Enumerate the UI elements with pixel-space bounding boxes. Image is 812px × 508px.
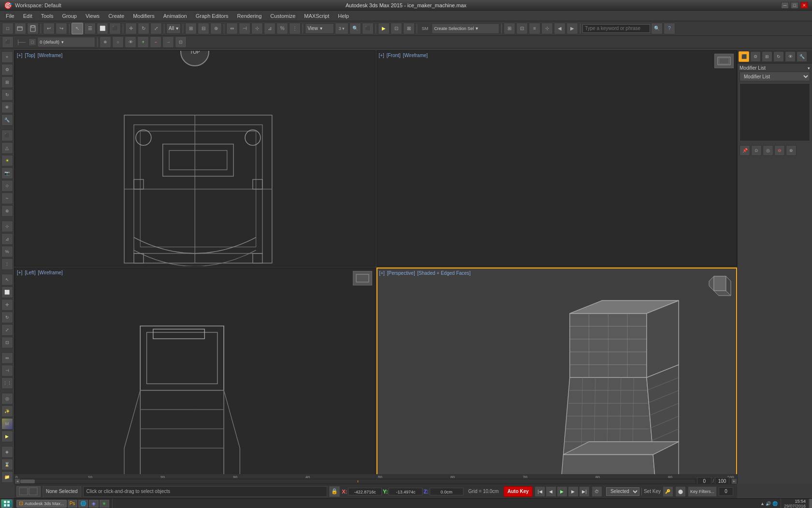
viewport-layout-button[interactable]: ⊞	[504, 23, 515, 34]
menu-edit[interactable]: Edit	[19, 12, 36, 20]
unfreeze-button[interactable]: ○	[112, 36, 124, 48]
add-layer-button[interactable]: +	[137, 36, 149, 48]
make-unique-button[interactable]: ◎	[763, 145, 773, 156]
display-panel-tab[interactable]: 👁	[785, 51, 796, 62]
modify-tab[interactable]: ⚙	[1, 64, 13, 75]
display-tab[interactable]: 👁	[1, 102, 13, 113]
menu-graph-editors[interactable]: Graph Editors	[192, 12, 232, 20]
key-filters-button[interactable]: Key Filters...	[688, 486, 717, 497]
menu-views[interactable]: Views	[82, 12, 103, 20]
select-object-button[interactable]: ↖	[72, 23, 83, 34]
show-grids-button[interactable]: ⊹	[541, 23, 553, 34]
snap-tool[interactable]: ⊹	[1, 221, 13, 232]
shapes-button[interactable]: △	[1, 142, 13, 154]
create-panel-tab[interactable]: ⬛	[739, 51, 749, 62]
named-selection-set-dropdown[interactable]: Create Selection Sel ▾	[432, 23, 499, 34]
title-controls[interactable]: ─ □ ✕	[781, 2, 808, 9]
environment-button[interactable]: ◎	[1, 393, 13, 404]
select-filter-button[interactable]: ↖	[1, 274, 13, 285]
view-dropdown[interactable]: View ▾	[305, 23, 334, 34]
next-frame-button[interactable]: ▶	[568, 486, 579, 497]
layer-dropdown[interactable]: 0 (default) ▾	[37, 37, 95, 47]
configure-modifier-sets-button[interactable]: ⊕	[786, 145, 797, 156]
undo-button[interactable]: ↩	[43, 23, 55, 34]
viewport-perspective[interactable]: [+] [Perspective] [Shaded + Edged Faces]…	[377, 268, 738, 484]
info-button[interactable]: ?	[664, 23, 675, 34]
link-button[interactable]: ⊞	[185, 23, 197, 34]
del-layer-button[interactable]: −	[150, 36, 161, 48]
render-scene-button[interactable]: ⊠	[403, 23, 415, 34]
jump-to-start-button[interactable]: |◀	[535, 486, 545, 497]
restore-button[interactable]: □	[791, 2, 798, 9]
select-objects-layer-button[interactable]: ⊡	[175, 36, 187, 48]
play-button[interactable]: ▶	[557, 486, 567, 497]
taskbar-item-3[interactable]: ◈	[89, 500, 99, 508]
menu-file[interactable]: File	[2, 12, 18, 20]
viewport-front[interactable]: [+] [Front] [Wireframe]	[377, 50, 738, 267]
timeline-scroll-thumb[interactable]	[20, 479, 35, 483]
viewport-safe-frame-button[interactable]: ⊡	[516, 23, 528, 34]
percent-snap-button[interactable]: %	[276, 23, 288, 34]
windows-start-button[interactable]	[1, 499, 13, 508]
utilities-tab[interactable]: 🔧	[1, 114, 13, 126]
key-mode-button[interactable]: 🔑	[663, 486, 673, 497]
scale-tool[interactable]: ⤢	[1, 324, 13, 336]
prev-frame-button[interactable]: ◀	[546, 486, 556, 497]
render-button[interactable]: ▶	[1, 431, 13, 442]
lights-button[interactable]: ☀	[1, 155, 13, 166]
pin-stack-button[interactable]: 📌	[740, 145, 750, 156]
motion-panel-tab[interactable]: ↻	[773, 51, 784, 62]
select-region-button[interactable]: ⬜	[1, 286, 13, 298]
snap-toggle-button[interactable]: ⊹	[251, 23, 263, 34]
render-effects-button[interactable]: ✨	[1, 405, 13, 417]
geometry-button[interactable]: ⬛	[1, 130, 13, 141]
new-scene-button[interactable]: □	[2, 23, 14, 34]
timeline-scroll-track[interactable]	[20, 479, 695, 483]
render-production-button[interactable]: ▶	[378, 23, 390, 34]
motion-tab[interactable]: ↻	[1, 89, 13, 101]
x-coord-value[interactable]: -422.8716c	[348, 488, 382, 495]
show-statistics-button[interactable]: ≡	[529, 23, 540, 34]
show-desktop-button[interactable]	[809, 499, 812, 508]
key-frame-input[interactable]	[719, 487, 733, 496]
jump-to-end-button[interactable]: ▶|	[579, 486, 590, 497]
auto-key-button[interactable]: Auto Key	[504, 486, 533, 497]
systems-button[interactable]: ⊕	[1, 205, 13, 217]
place-tool[interactable]: ⊡	[1, 337, 13, 348]
percent-snap-tool[interactable]: %	[1, 246, 13, 257]
rotate-button[interactable]: ↻	[138, 23, 149, 34]
spinner-snap-tool[interactable]: ⋮	[1, 258, 13, 270]
show-end-result-button[interactable]: ⊙	[751, 145, 762, 156]
unlink-button[interactable]: ⊟	[198, 23, 209, 34]
vp-persp-cube-icon[interactable]	[707, 271, 733, 298]
menu-group[interactable]: Group	[58, 12, 81, 20]
close-button[interactable]: ✕	[800, 2, 808, 9]
taskbar-photoshop[interactable]: Ps	[68, 500, 77, 508]
create-tab[interactable]: +	[1, 51, 13, 63]
cameras-button[interactable]: 📷	[1, 167, 13, 179]
layers-button[interactable]: □	[29, 38, 36, 46]
modifier-list-dropdown[interactable]: Modifier List	[740, 72, 810, 81]
bind-space-warp-button[interactable]: ⊕	[210, 23, 222, 34]
rotate-tool[interactable]: ↻	[1, 312, 13, 323]
asset-browser-button[interactable]: 📁	[1, 471, 13, 483]
menu-modifiers[interactable]: Modifiers	[129, 12, 159, 20]
align-button[interactable]: ⊣	[239, 23, 250, 34]
menu-rendering[interactable]: Rendering	[233, 12, 266, 20]
viewport-prev-button[interactable]: ◀	[554, 23, 566, 34]
taskbar-item-4[interactable]: ★	[100, 500, 109, 508]
scene-toggle-button[interactable]: ⬛	[2, 36, 14, 48]
lock-selection-button[interactable]: 🔒	[329, 486, 340, 497]
move-tool[interactable]: ✛	[1, 299, 13, 311]
taskbar-browser[interactable]: 🌐	[78, 500, 88, 508]
menu-animation[interactable]: Animation	[160, 12, 191, 20]
viewport-top[interactable]: [+] [Top] [Wireframe]	[14, 50, 376, 267]
menu-maxscript[interactable]: MAXScript	[300, 12, 333, 20]
track-view-button[interactable]: ⌛	[1, 459, 13, 470]
spacewarps-button[interactable]: ~	[1, 193, 13, 204]
menu-customize[interactable]: Customize	[266, 12, 299, 20]
taskbar-3dsmax[interactable]: ⊡ Autodesk 3ds Max...	[16, 500, 67, 508]
timeline-scroll-left[interactable]: ◄	[14, 478, 20, 484]
save-file-button[interactable]	[27, 23, 39, 34]
y-coord-value[interactable]: -13.4974c	[389, 488, 422, 495]
